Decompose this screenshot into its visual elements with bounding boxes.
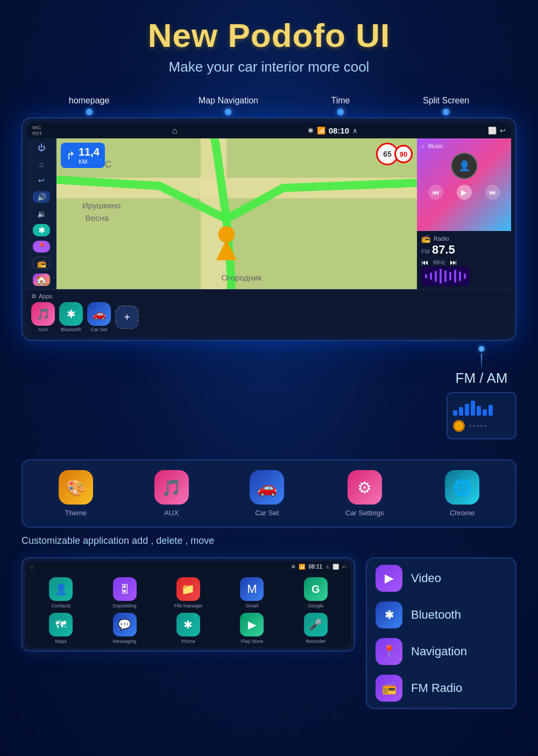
power-icon[interactable]: ⏻ [33,142,50,154]
bluetooth-feature-label: Bluetooth [411,608,461,622]
maps-app[interactable]: 🗺 Maps [31,613,90,644]
back-icon[interactable]: ↩ [500,127,506,135]
theme-label: Theme [65,509,87,517]
nav-sidebar-icon[interactable]: 📍 [33,241,50,253]
map-nav-label: Map Navigation [199,96,258,115]
google-app[interactable]: G Google [286,577,345,608]
d2-back[interactable]: ↩ [342,564,346,570]
signal-icon: 📶 [317,127,325,135]
fmradio-feature: 📻 FM Radio [376,675,507,702]
fmam-section-wrapper: FM / AM [22,341,516,449]
map-area: АПГС Ирушкино Весна Огородник ↱ 11,4 KM [56,138,417,289]
bluetooth-label: Bluetooth [61,327,81,332]
navigation-icon-circle: 📍 [376,638,402,665]
bluetooth-sidebar-icon[interactable]: ✱ [33,224,50,236]
chrome-label: Chrome [450,509,475,517]
chrome-app[interactable]: 🌐 Chrome [445,470,479,517]
filemanager-app[interactable]: 📁 File Manager [159,577,218,608]
video-label: Video [411,571,441,585]
home-app-icon[interactable]: 🏠 [33,274,50,286]
vol-down-icon[interactable]: 🔉 [33,207,50,220]
radio-graphic-knob [453,420,510,432]
aux-big-app[interactable]: 🎵 AUX [154,470,189,517]
aux-label: AUX [38,327,48,332]
device2: ⌂ ✱ 📶 08:11 ∧ ⬜ ↩ 👤 Contacts 🎛 DspSet [22,557,355,652]
carset-app[interactable]: 🚗 Car Set [87,302,111,332]
back-sidebar-icon[interactable]: ↩ [33,174,50,187]
navigation-icon: 📍 [382,645,397,659]
gmail-app[interactable]: M Gmail [222,577,281,608]
fm-am-section: FM / AM [447,346,516,439]
status-right: ⬜ ↩ [488,127,506,135]
bottom-section: ⌂ ✱ 📶 08:11 ∧ ⬜ ↩ 👤 Contacts 🎛 DspSet [22,557,516,709]
window-icon: ⬜ [488,127,497,135]
svg-point-4 [218,226,235,243]
bluetooth-icon: ✱ [59,302,83,326]
video-play-icon: ▶ [385,571,394,585]
contacts-app[interactable]: 👤 Contacts [31,577,90,608]
aux-app[interactable]: 🎵 AUX [31,302,55,332]
radio-prev-button[interactable]: ⏮ [421,258,429,267]
radio-next-button[interactable]: ⏭ [450,258,457,267]
d2-time: 08:11 [308,564,322,570]
radio-label-row: 📻 Radio [421,234,507,243]
carsettings-app[interactable]: ⚙ Car Settings [345,470,384,517]
radio-knob[interactable] [453,420,465,432]
fmradio-icon-circle: 📻 [376,675,402,702]
expand-icon: ∧ [352,127,358,135]
vol-up-icon[interactable]: 🔊 [33,191,50,204]
home-icon[interactable]: ⌂ [172,126,178,136]
messaging-app[interactable]: 💬 Messaging [95,613,154,644]
play-button[interactable]: ▶ [457,185,472,200]
right-panel: ♪ Music 👤 ⏮ ▶ ⏭ [417,138,511,289]
filemanager-icon: 📁 [176,577,200,601]
time-dot [337,109,344,115]
dsp-app[interactable]: 🎛 DspSetting [95,577,154,608]
status-left: MIC RST [32,125,42,136]
apps-row: ⚙Apps 🎵 AUX ✱ Bluetooth 🚗 Car Set [27,289,511,335]
messaging-icon: 💬 [113,613,137,636]
navigation-feature: 📍 Navigation [376,638,507,665]
playstore-app[interactable]: ▶ Play Store [222,613,281,644]
carsettings-label: Car Settings [345,509,384,517]
radio-frequency: 87.5 [432,243,455,257]
device-screen: MIC RST ⌂ ✱ 📶 08:10 ∧ ⬜ ↩ [22,117,516,341]
music-controls[interactable]: ⏮ ▶ ⏭ [421,185,507,200]
bluetooth-feature-icon: ✱ [385,608,394,621]
bluetooth-app[interactable]: ✱ Bluetooth [59,302,83,332]
apps-grid: 🎨 Theme 🎵 AUX 🚗 Car Set ⚙ Car Settings 🌐… [33,470,505,517]
fmradio-icon: 📻 [382,681,397,695]
time-label: Time [331,96,350,115]
maps-label: Maps [55,639,67,644]
customizable-text: Customizable application add , delete , … [22,535,516,547]
add-app[interactable]: + [115,305,139,329]
map-svg: АПГС Ирушкино Весна Огородник [56,138,417,289]
left-sidebar: ⏻ ⌂ ↩ 🔊 🔉 ✱ 📍 📻 🏠 [27,138,56,289]
recorder-app[interactable]: 🎤 Recorder [286,613,345,644]
d2-home-icon[interactable]: ⌂ [30,564,33,570]
gmail-icon: M [240,577,264,601]
theme-app[interactable]: 🎨 Theme [59,470,93,517]
carset-big-app[interactable]: 🚗 Car Set [250,470,284,517]
rbar4 [471,401,475,416]
radio-unit: MHz [433,259,445,265]
prev-button[interactable]: ⏮ [428,185,443,200]
home-sidebar-icon[interactable]: ⌂ [33,158,50,171]
apps-icons: 🎵 AUX ✱ Bluetooth 🚗 Car Set + [31,302,507,332]
radio-controls[interactable]: ⏮ MHz ⏭ [421,258,507,267]
mic-label: MIC [32,125,42,130]
page-title: New Podofo UI [0,16,538,54]
phone-label: Phone [181,639,195,644]
aux-big-label: AUX [164,509,179,517]
aux-big-icon: 🎵 [154,470,189,505]
homepage-dot [86,109,93,115]
carset-icon: 🚗 [87,302,111,326]
svg-text:Весна: Весна [86,213,109,222]
phone-app[interactable]: ✱ Phone [159,613,218,644]
radio-label: Radio [434,235,449,242]
carset-big-icon: 🚗 [250,470,284,505]
radio-dots [469,425,486,427]
music-label: ♪ Music [421,143,507,149]
radio-sidebar-icon[interactable]: 📻 [33,257,50,269]
next-button[interactable]: ⏭ [485,185,500,200]
